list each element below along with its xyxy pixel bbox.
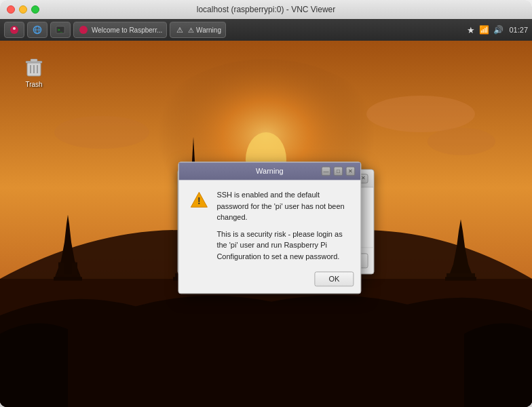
warning-maximize-btn[interactable]: □	[333, 166, 343, 176]
warning-dialog-footer: OK	[178, 267, 360, 293]
desktop: Trash Welcome to Raspberry Pi — □ ✕	[0, 41, 532, 407]
warning-icon: !	[188, 189, 210, 211]
terminal-icon: >_	[55, 24, 66, 35]
wifi-icon: 📶	[479, 25, 489, 35]
raspberry-icon	[9, 24, 20, 35]
modal-area: Welcome to Raspberry Pi — □ ✕	[0, 41, 532, 407]
globe-btn[interactable]	[27, 22, 48, 38]
maximize-button[interactable]	[31, 5, 39, 14]
window-title: localhost (raspberrypi:0) - VNC Viewer	[197, 5, 336, 14]
volume-icon: 🔊	[493, 25, 504, 35]
warning-message-1: SSH is enabled and the default password …	[216, 189, 351, 223]
welcome-taskbar-btn[interactable]: Welcome to Raspberr...	[73, 22, 167, 38]
mac-titlebar: localhost (raspberrypi:0) - VNC Viewer	[0, 0, 532, 19]
warning-dialog-title: Warning	[256, 167, 284, 175]
bluetooth-icon: ★	[467, 25, 475, 35]
close-button[interactable]	[7, 5, 15, 14]
warning-text: SSH is enabled and the default password …	[216, 189, 351, 262]
warning-taskbar-icon: ⚠	[174, 24, 185, 35]
globe-icon	[32, 24, 43, 35]
warning-dialog-content: ! SSH is enabled and the default passwor…	[178, 180, 360, 267]
warning-dialog-controls: — □ ✕	[321, 166, 355, 176]
warning-close-btn[interactable]: ✕	[345, 166, 355, 176]
warning-dialog-titlebar: Warning — □ ✕	[178, 162, 360, 180]
status-icons: ★ 📶 🔊	[467, 25, 504, 35]
warning-taskbar-label: ⚠ Warning	[188, 26, 221, 34]
traffic-lights	[7, 5, 39, 14]
vnc-taskbar: >_ Welcome to Raspberr... ⚠ ⚠ Warning ★ …	[0, 19, 532, 41]
ok-button[interactable]: OK	[314, 271, 354, 286]
warning-minimize-btn[interactable]: —	[321, 166, 330, 176]
svg-point-1	[13, 27, 16, 30]
warning-message-2: This is a security risk - please login a…	[216, 229, 351, 263]
raspberry-pi-btn[interactable]	[4, 22, 24, 38]
svg-point-7	[79, 26, 88, 34]
warning-taskbar-btn[interactable]: ⚠ ⚠ Warning	[170, 22, 226, 38]
svg-text:>_: >_	[58, 27, 63, 33]
taskbar-right: ★ 📶 🔊 01:27	[467, 25, 528, 35]
svg-text:!: !	[197, 195, 201, 206]
mac-window: localhost (raspberrypi:0) - VNC Viewer	[0, 0, 532, 407]
warning-dialog: Warning — □ ✕ ! SSH is e	[178, 161, 361, 294]
minimize-button[interactable]	[19, 5, 27, 14]
terminal-btn[interactable]: >_	[50, 22, 71, 38]
clock: 01:27	[509, 26, 528, 34]
rpi-taskbar-icon	[78, 24, 89, 35]
welcome-taskbar-label: Welcome to Raspberr...	[92, 26, 162, 34]
